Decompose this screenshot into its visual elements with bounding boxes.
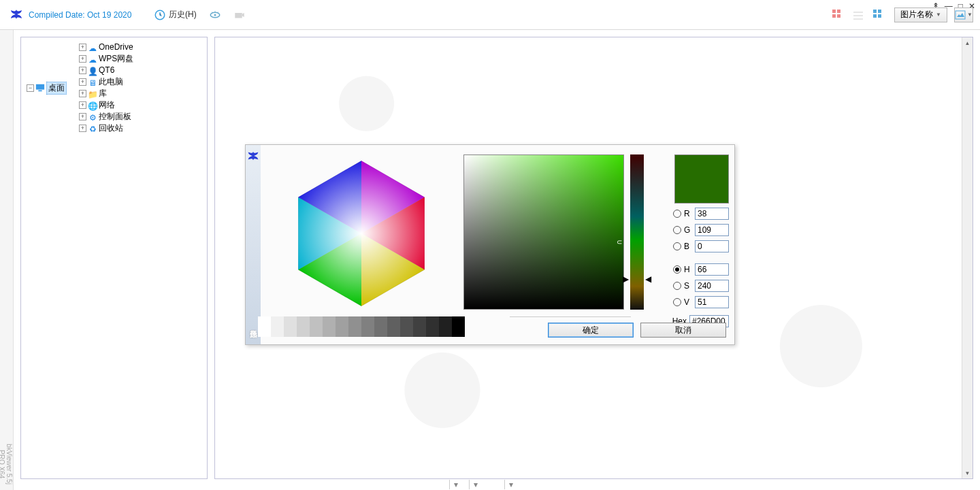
r-input[interactable] xyxy=(695,208,729,220)
h-input[interactable] xyxy=(695,263,729,276)
b-input[interactable] xyxy=(695,240,729,252)
tree-item[interactable]: +⚙控制面板 xyxy=(79,111,131,122)
butterfly-logo-icon xyxy=(246,149,261,164)
v-radio[interactable] xyxy=(673,298,681,306)
g-radio[interactable] xyxy=(673,226,681,234)
s-field-row: S xyxy=(657,280,729,292)
expand-icon[interactable]: + xyxy=(79,44,86,51)
gray-swatch[interactable] xyxy=(374,316,387,337)
g-input[interactable] xyxy=(695,224,729,236)
grayscale-row[interactable] xyxy=(258,316,465,337)
tree-item[interactable]: +📁库 xyxy=(79,88,107,99)
hex-color-wheel[interactable] xyxy=(269,154,454,338)
expand-icon[interactable]: + xyxy=(79,125,86,132)
tree-item[interactable]: +☁OneDrive xyxy=(79,42,133,53)
grid-orange-button[interactable] xyxy=(829,7,847,22)
tree-item-label: 此电脑 xyxy=(99,76,123,88)
expand-icon[interactable]: + xyxy=(79,55,86,63)
folder-icon: 🖥 xyxy=(88,78,97,87)
desktop-icon xyxy=(35,83,45,93)
slider-left-marker-icon: ▶ xyxy=(623,274,629,284)
grid-icon xyxy=(832,9,844,21)
r-radio[interactable] xyxy=(673,210,681,218)
v-field-row: V xyxy=(657,296,729,308)
h-radio[interactable] xyxy=(673,265,681,274)
scroll-up-icon[interactable]: ▲ xyxy=(962,37,973,48)
sort-dropdown[interactable]: 图片名称 ▼ xyxy=(894,7,947,22)
tree-item[interactable]: +🌐网络 xyxy=(79,99,115,111)
gray-swatch[interactable] xyxy=(387,316,400,337)
tree-item-label: 网络 xyxy=(99,99,115,111)
dialog-separator xyxy=(510,316,631,317)
butterfly-logo-icon xyxy=(8,7,24,23)
gray-swatch[interactable] xyxy=(297,316,310,337)
gray-swatch[interactable] xyxy=(400,316,413,337)
grid-blue-button[interactable] xyxy=(870,7,887,22)
gray-swatch[interactable] xyxy=(336,316,348,337)
gray-swatch[interactable] xyxy=(271,316,284,337)
folder-icon: ☁ xyxy=(88,54,97,64)
gray-swatch[interactable] xyxy=(426,316,439,337)
b-radio[interactable] xyxy=(673,242,681,250)
folder-icon: 🌐 xyxy=(88,101,97,110)
thumbnail-mode-button[interactable]: ▼ xyxy=(954,7,973,22)
sort-label: 图片名称 xyxy=(900,9,933,20)
r-field-row: R xyxy=(657,208,729,220)
scroll-down-icon[interactable]: ▼ xyxy=(962,468,973,478)
folder-tree[interactable]: − 桌面 +☁OneDrive+☁WPS网盘+👤QT6+🖥此电脑+📁库+🌐网络+… xyxy=(24,42,204,134)
tree-item[interactable]: +☁WPS网盘 xyxy=(79,53,133,65)
eye-button[interactable] xyxy=(209,9,221,21)
gray-swatch[interactable] xyxy=(439,316,452,337)
cancel-button[interactable]: 取消 xyxy=(640,323,726,338)
expand-icon[interactable]: + xyxy=(79,90,86,97)
svg-rect-9 xyxy=(878,10,881,13)
tree-item-label: 回收站 xyxy=(99,122,123,134)
gray-swatch[interactable] xyxy=(413,316,426,337)
status-a: ▾ xyxy=(449,480,462,489)
tree-item[interactable]: +👤QT6 xyxy=(79,65,114,76)
sv-gradient-box[interactable]: ⊂ xyxy=(463,154,624,310)
tree-root[interactable]: − 桌面 xyxy=(27,82,67,95)
ok-button[interactable]: 确定 xyxy=(548,323,634,338)
s-input[interactable] xyxy=(695,280,729,292)
svg-rect-4 xyxy=(832,10,836,13)
expand-icon[interactable]: + xyxy=(79,78,86,86)
camera-icon xyxy=(233,9,246,21)
g-label: G xyxy=(684,225,692,235)
h-field-row: H xyxy=(657,263,729,276)
gray-swatch[interactable] xyxy=(284,316,297,337)
camera-button[interactable] xyxy=(233,9,246,21)
history-button[interactable]: 历史(H) xyxy=(154,9,197,21)
svg-rect-14 xyxy=(38,91,42,92)
sv-cursor-icon: ⊂ xyxy=(617,238,622,246)
slider-button[interactable] xyxy=(849,7,867,22)
chevron-down-icon: ▼ xyxy=(967,12,973,18)
hue-slider[interactable]: ▶ ◀ xyxy=(627,154,647,310)
dialog-sidebar: 颜色选择 xyxy=(246,145,261,344)
expand-icon[interactable]: + xyxy=(79,101,86,109)
folder-icon: ⚙ xyxy=(88,112,97,122)
gray-swatch[interactable] xyxy=(361,316,374,337)
status-d: ▾ xyxy=(504,480,517,489)
folder-icon: ☁ xyxy=(88,43,97,52)
s-radio[interactable] xyxy=(673,282,681,290)
gray-swatch[interactable] xyxy=(348,316,361,337)
grid-icon xyxy=(872,9,885,21)
gray-swatch[interactable] xyxy=(258,316,271,337)
expand-icon[interactable]: + xyxy=(79,67,86,74)
image-icon xyxy=(955,10,966,20)
tree-item[interactable]: +♻回收站 xyxy=(79,122,123,134)
history-label: 历史(H) xyxy=(169,9,197,20)
tree-item[interactable]: +🖥此电脑 xyxy=(79,76,123,88)
tree-item-label: OneDrive xyxy=(99,42,133,53)
svg-rect-8 xyxy=(873,10,877,13)
b-label: B xyxy=(684,242,692,251)
collapse-icon[interactable]: − xyxy=(27,84,34,92)
expand-icon[interactable]: + xyxy=(79,113,86,120)
gray-swatch[interactable] xyxy=(310,316,323,337)
brand: Compiled Date: Oct 19 2020 xyxy=(8,7,131,23)
vertical-scrollbar[interactable]: ▲ ▼ xyxy=(962,37,973,478)
v-input[interactable] xyxy=(695,296,729,308)
svg-rect-13 xyxy=(36,84,44,90)
gray-swatch[interactable] xyxy=(323,316,336,337)
